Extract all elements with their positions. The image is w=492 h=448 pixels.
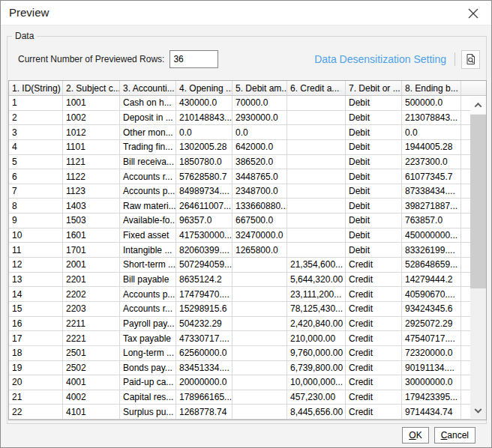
table-cell: 8,445,656.00 bbox=[287, 405, 346, 419]
table-cell: Raw materi... bbox=[120, 199, 176, 213]
table-cell: 10,000,000... bbox=[287, 375, 346, 390]
table-row[interactable]: 172221Tax payable47330717....210,000.00C… bbox=[9, 331, 486, 346]
toolbar-separator bbox=[454, 52, 455, 66]
table-row[interactable]: 61122Accounts r...57628580.73448765.0Deb… bbox=[9, 169, 486, 184]
table-row[interactable]: 132201Bill payable8635124.25,644,320.00C… bbox=[9, 273, 486, 288]
table-row[interactable]: 122001Short-term ...507294059...21,354,6… bbox=[9, 258, 486, 273]
column-header[interactable]: 2. Subject c... bbox=[63, 81, 120, 95]
table-cell bbox=[232, 273, 287, 287]
table-row[interactable]: 214002Capital res...178966165...457,230.… bbox=[9, 390, 486, 405]
table-cell: 398271887... bbox=[402, 199, 461, 213]
table-cell: 2502 bbox=[63, 361, 120, 375]
table-cell: 1601 bbox=[63, 228, 120, 243]
table-cell: 22 bbox=[9, 405, 63, 419]
table-cell: 1850780.0 bbox=[176, 155, 232, 169]
table-cell: 500000.0 bbox=[402, 96, 461, 110]
table-row[interactable]: 152203Accounts r...15298915.678,125,430.… bbox=[9, 302, 486, 317]
table-cell: 5,644,320.00 bbox=[287, 273, 346, 287]
table-row[interactable]: 31012Other mon...0.00.0Debit0.0 bbox=[9, 125, 486, 140]
table-row[interactable]: 51121Bill receiva...1850780.0386520.0Deb… bbox=[9, 155, 486, 170]
table-cell: 8 bbox=[9, 199, 63, 213]
table-cell: 87338434.... bbox=[402, 184, 461, 199]
desensitization-link[interactable]: Data Desensitization Setting bbox=[314, 53, 446, 65]
table-row[interactable]: 192502Bonds pay...83451334....6,739,800.… bbox=[9, 361, 486, 376]
table-cell: 417530000... bbox=[176, 228, 232, 243]
scroll-down-button[interactable] bbox=[470, 403, 486, 420]
column-header[interactable]: 8. Ending b... bbox=[402, 81, 461, 95]
table-cell bbox=[232, 331, 287, 345]
table-row[interactable]: 162211Payroll pay...504232.292,420,840.0… bbox=[9, 317, 486, 332]
table-row[interactable]: 71123Accounts p...84989734....2348700.0D… bbox=[9, 184, 486, 199]
table-row[interactable]: 142202Accounts p...17479470....23,111,20… bbox=[9, 287, 486, 302]
table-cell: 23,111,200... bbox=[287, 287, 346, 301]
preview-file-button[interactable] bbox=[461, 50, 480, 69]
table-row[interactable]: 204001Paid-up ca...20000000.010,000,000.… bbox=[9, 375, 486, 390]
title-bar: Preview bbox=[1, 1, 491, 25]
table-cell: 1121 bbox=[63, 155, 120, 169]
table-cell: 1503 bbox=[63, 214, 120, 228]
table-row[interactable]: 101601Fixed asset417530000...32470000.0D… bbox=[9, 228, 486, 243]
table-cell: 8635124.2 bbox=[176, 273, 232, 287]
column-header[interactable]: 1. ID(String) bbox=[9, 81, 63, 95]
table-cell: Paid-up ca... bbox=[120, 375, 176, 390]
table-cell: 213078843... bbox=[402, 111, 461, 125]
table-cell: Credit bbox=[346, 258, 402, 272]
column-header[interactable]: 7. Debit or ... bbox=[346, 81, 402, 95]
table-cell bbox=[232, 405, 287, 419]
table-cell: Accounts r... bbox=[120, 169, 176, 184]
table-cell: Deposit in ... bbox=[120, 111, 176, 125]
scroll-up-button[interactable] bbox=[470, 97, 486, 114]
table-cell: 4002 bbox=[63, 390, 120, 405]
table-cell: 19 bbox=[9, 361, 63, 375]
column-header[interactable]: 3. Accounti... bbox=[120, 81, 176, 95]
table-cell: 15298915.6 bbox=[176, 302, 232, 316]
table-cell: Accounts p... bbox=[120, 287, 176, 301]
table-cell: 4101 bbox=[63, 405, 120, 419]
table-cell: Capital res... bbox=[120, 390, 176, 405]
table-row[interactable]: 182501Long-term ...62560000.09,760,000.0… bbox=[9, 346, 486, 361]
table-cell: 30000000.0 bbox=[402, 375, 461, 390]
table-cell: 1265800.0 bbox=[232, 243, 287, 257]
table-cell bbox=[232, 361, 287, 375]
table-row[interactable]: 11001Cash on h...430000.070000.0Debit500… bbox=[9, 96, 486, 111]
table-cell: Debit bbox=[346, 228, 402, 243]
ok-button[interactable]: OK bbox=[402, 427, 428, 444]
table-cell bbox=[287, 111, 346, 125]
table-cell: 763857.0 bbox=[402, 214, 461, 228]
table-row[interactable]: 224101Surplus pu...1268778.748,445,656.0… bbox=[9, 405, 486, 420]
scrollbar-thumb[interactable] bbox=[470, 115, 486, 288]
table-row[interactable]: 81403Raw materi...264611007...133660880.… bbox=[9, 199, 486, 214]
column-header[interactable]: 5. Debit am... bbox=[232, 81, 287, 95]
table-cell: 1101 bbox=[63, 140, 120, 154]
column-header[interactable]: 4. Opening ... bbox=[176, 81, 232, 95]
table-cell: 20000000.0 bbox=[176, 375, 232, 390]
table-cell: 667500.0 bbox=[232, 214, 287, 228]
table-cell: 430000.0 bbox=[176, 96, 232, 110]
table-row[interactable]: 21002Deposit in ...210148843...2930000.0… bbox=[9, 111, 486, 126]
table-cell: Bill receiva... bbox=[120, 155, 176, 169]
table-cell: 1122 bbox=[63, 169, 120, 184]
close-button[interactable] bbox=[463, 4, 484, 22]
table-cell bbox=[287, 243, 346, 257]
table-row[interactable]: 91503Available-fo...96357.0667500.0Debit… bbox=[9, 214, 486, 228]
table-row[interactable]: 111701Intangible ...82060399....1265800.… bbox=[9, 243, 486, 258]
table-cell: 178966165... bbox=[176, 390, 232, 405]
data-table: 1. ID(String)2. Subject c...3. Accounti.… bbox=[8, 80, 487, 420]
table-cell: 1 bbox=[9, 96, 63, 110]
table-cell: 1944005.28 bbox=[402, 140, 461, 154]
column-header[interactable]: 6. Credit a... bbox=[287, 81, 346, 95]
groupbox-label: Data bbox=[12, 31, 37, 41]
table-cell: 2930000.0 bbox=[232, 111, 287, 125]
table-cell: 642000.0 bbox=[232, 140, 287, 154]
table-cell: Fixed asset bbox=[120, 228, 176, 243]
vertical-scrollbar[interactable] bbox=[470, 97, 486, 420]
table-cell: Credit bbox=[346, 273, 402, 287]
table-cell: 1012 bbox=[63, 125, 120, 139]
table-cell bbox=[287, 125, 346, 139]
cancel-button[interactable]: Cancel bbox=[434, 427, 476, 444]
rows-count-input[interactable] bbox=[170, 50, 218, 68]
table-cell: Debit bbox=[346, 125, 402, 139]
table-row[interactable]: 41101Trading fin...1302005.28642000.0Deb… bbox=[9, 140, 486, 155]
table-header-row: 1. ID(String)2. Subject c...3. Accounti.… bbox=[9, 81, 486, 96]
table-cell: 2237300.0 bbox=[402, 155, 461, 169]
